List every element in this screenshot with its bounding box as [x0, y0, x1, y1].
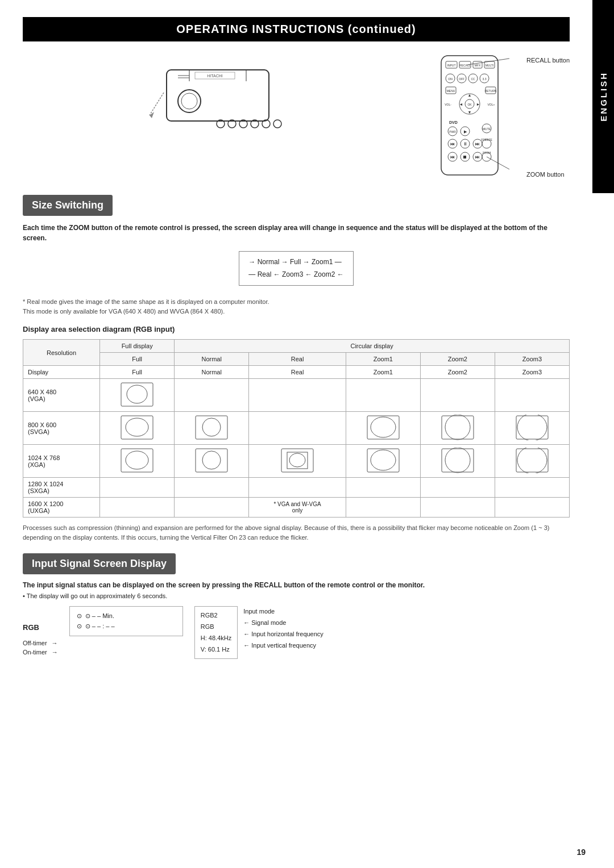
- screen-icon-zoom3-xga: [515, 448, 549, 473]
- svg-text:MENU: MENU: [447, 89, 455, 93]
- svg-rect-78: [367, 416, 399, 439]
- svg-point-96: [517, 448, 547, 473]
- svg-text:⏮: ⏮: [450, 141, 455, 147]
- col-zoom1: Zoom1: [346, 353, 420, 366]
- col-full: Full: [100, 353, 175, 366]
- h-freq-value: H: 48.4kHz: [201, 633, 231, 644]
- svg-rect-93: [442, 449, 474, 472]
- svg-point-83: [517, 415, 547, 440]
- zoom-button-label: ZOOM button: [526, 171, 570, 178]
- svg-point-75: [126, 418, 148, 436]
- svg-text:MULTI: MULTI: [486, 64, 494, 67]
- svg-text:VOL-: VOL-: [445, 103, 451, 106]
- label-full: Full: [100, 366, 175, 379]
- col-zoom2: Zoom2: [420, 353, 495, 366]
- subsection-title: Display area selection diagram (RGB inpu…: [23, 325, 570, 333]
- svg-rect-89: [287, 452, 308, 469]
- sequence-diagram: → Normal → Full → Zoom1 — — Real ← Zoom3…: [239, 251, 353, 286]
- h-freq-label: ← Input horizontal frequency: [243, 629, 323, 640]
- svg-text:DVD: DVD: [449, 120, 458, 124]
- screen-icon-normal-xga: [194, 448, 229, 473]
- screen-icon-zoom2-xga: [441, 448, 475, 473]
- header-title: OPERATING INSTRUCTIONS (continued): [176, 23, 416, 35]
- screen-icon-real-xga: [280, 448, 314, 473]
- svg-text:PWR: PWR: [449, 130, 456, 133]
- table-footnote: Processes such as compression (thinning)…: [23, 523, 570, 542]
- svg-point-79: [371, 417, 396, 437]
- display-area-section: Display area selection diagram (RGB inpu…: [23, 325, 570, 542]
- recall-button-label: RECALL button: [526, 57, 570, 64]
- svg-text:VOL+: VOL+: [488, 103, 495, 106]
- svg-point-92: [371, 450, 396, 470]
- rgb-label: RGB: [23, 623, 39, 632]
- svg-text:▶: ▶: [463, 130, 467, 133]
- size-switching-intro: Each time the ZOOM button of the remote …: [23, 223, 570, 243]
- table-row: 1024 X 768(XGA): [23, 445, 570, 478]
- col-circular-display: Circular display: [175, 340, 570, 353]
- table-header-row-2: Full Normal Real Zoom1 Zoom2 Zoom3: [23, 353, 570, 366]
- svg-text:◄: ◄: [459, 102, 463, 106]
- col-full-display: Full display: [100, 340, 175, 353]
- svg-text:⏭: ⏭: [475, 155, 480, 160]
- input-left-section: RGB Off-timer → On-timer →: [23, 606, 58, 656]
- real-note: * VGA and W-VGAonly: [249, 498, 346, 518]
- svg-text:►: ►: [476, 102, 480, 106]
- table-row: 1600 X 1200(UXGA) * VGA and W-VGAonly: [23, 498, 570, 518]
- res-svga: 800 X 600(SVGA): [23, 412, 100, 445]
- signal-display-box: ⊙ ⊙ – – Min. ⊙ ⊙ – – : – –: [69, 606, 183, 636]
- english-label: ENGLISH: [599, 72, 608, 122]
- input-bullet: • The display will go out in approximate…: [23, 592, 570, 599]
- res-xga: 1024 X 768(XGA): [23, 445, 100, 478]
- screen-icon-zoom3-svga: [515, 415, 549, 440]
- input-mode-label: Input mode: [243, 606, 323, 617]
- signal-info-box: RGB2 RGB H: 48.4kHz V: 60.1 Hz: [194, 606, 238, 659]
- projector-svg: HITACHI: [132, 59, 303, 161]
- label-zoom3: Zoom3: [495, 366, 569, 379]
- timer-section: Off-timer → On-timer →: [23, 640, 58, 656]
- signal-mode-label: ← Signal mode: [243, 617, 323, 629]
- res-sxga: 1280 X 1024(SXGA): [23, 478, 100, 498]
- svg-text:RETURN: RETURN: [485, 89, 497, 93]
- screen-icon-zoom1-svga: [366, 415, 400, 440]
- svg-point-73: [127, 385, 147, 403]
- svg-point-77: [202, 418, 221, 436]
- on-timer-row: On-timer →: [23, 649, 58, 656]
- svg-rect-91: [367, 449, 399, 472]
- off-timer-row: Off-timer →: [23, 640, 58, 646]
- svg-text:⏹: ⏹: [463, 155, 467, 160]
- on-timer-label: On-timer: [23, 649, 47, 656]
- svg-text:HITACHI: HITACHI: [207, 74, 223, 78]
- svg-text:3.3: 3.3: [482, 77, 486, 81]
- screen-icon-zoom2-svga: [441, 415, 475, 440]
- page-header: OPERATING INSTRUCTIONS (continued): [23, 17, 570, 41]
- svg-text:▼: ▼: [468, 110, 472, 114]
- input-mode-value: RGB2: [201, 610, 231, 621]
- screen-icon-normal-svga: [194, 415, 229, 440]
- svg-rect-76: [196, 416, 227, 439]
- v-freq-value: V: 60.1 Hz: [201, 644, 231, 656]
- svg-text:INPUT: INPUT: [447, 64, 455, 67]
- col-resolution: Resolution: [23, 340, 100, 366]
- size-switching-section: Size Switching Each time the ZOOM button…: [23, 195, 570, 542]
- svg-point-8: [181, 93, 197, 109]
- input-signal-title: Input Signal Screen Display: [23, 553, 176, 574]
- svg-text:⏸: ⏸: [463, 141, 467, 147]
- col-real: Real: [249, 353, 346, 366]
- label-display: Display: [23, 366, 100, 379]
- label-zoom1: Zoom1: [346, 366, 420, 379]
- projector-diagram: HITACHI: [23, 53, 413, 166]
- svg-rect-95: [516, 449, 548, 472]
- svg-rect-86: [196, 449, 227, 472]
- english-sidebar: ENGLISH: [592, 0, 614, 193]
- input-signal-diagram: RGB Off-timer → On-timer → ⊙ ⊙ – – Min.: [23, 606, 570, 659]
- input-signal-intro: The input signal status can be displayed…: [23, 581, 570, 589]
- remote-annotations: INPUT RECALL MFX MULTI ON OFF CC 3.3 MEN…: [435, 53, 570, 183]
- svg-text:▲: ▲: [468, 93, 472, 97]
- svg-text:MFX: MFX: [475, 64, 481, 67]
- signal-info-labels: Input mode ← Signal mode ← Input horizon…: [243, 606, 323, 651]
- label-normal: Normal: [175, 366, 249, 379]
- screen-icon-zoom1-xga: [366, 448, 400, 473]
- page-number: 19: [576, 848, 586, 857]
- screen-icon-full-svga: [120, 415, 154, 440]
- res-vga: 640 X 480(VGA): [23, 379, 100, 412]
